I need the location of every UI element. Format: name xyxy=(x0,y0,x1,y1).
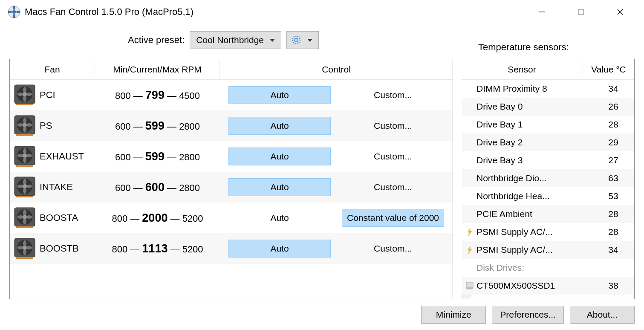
bolt-icon xyxy=(467,228,473,236)
sensor-name: Northbridge Dio... xyxy=(477,173,594,183)
auto-button[interactable]: Auto xyxy=(228,209,331,227)
sensor-name: Drive Bay 3 xyxy=(477,155,594,165)
col-value[interactable]: Value °C xyxy=(583,59,634,79)
sensor-row[interactable]: Drive Bay 128 xyxy=(461,116,634,133)
fan-rows: PCI800 — 799 — 4500AutoCustom...PS600 — … xyxy=(10,80,453,299)
sensor-value: 28 xyxy=(594,209,632,219)
sensor-name: Drive Bay 1 xyxy=(477,119,594,130)
svg-point-1 xyxy=(12,10,16,14)
sensor-panel: Sensor Value °C DIMM Proximity 834Drive … xyxy=(461,59,635,299)
auto-button[interactable]: Auto xyxy=(228,240,331,258)
minimize-button[interactable]: Minimize xyxy=(421,306,486,324)
disk-icon xyxy=(465,281,474,290)
custom-button[interactable]: Custom... xyxy=(342,240,444,258)
svg-rect-35 xyxy=(16,257,33,259)
auto-button[interactable]: Auto xyxy=(228,178,331,196)
scroll-up-icon[interactable] xyxy=(462,295,471,299)
fan-rpm: 600 — 599 — 2800 xyxy=(95,119,220,133)
custom-button[interactable]: Custom... xyxy=(342,178,444,196)
fan-panel: Fan Min/Current/Max RPM Control PCI800 —… xyxy=(9,59,453,299)
fan-icon xyxy=(10,176,40,198)
preferences-button[interactable]: Preferences... xyxy=(492,306,564,324)
sensor-name: PCIE Ambient xyxy=(477,209,594,219)
sensor-row[interactable]: Drive Bay 327 xyxy=(461,151,634,169)
fan-row: PCI800 — 799 — 4500AutoCustom... xyxy=(10,80,453,110)
svg-rect-31 xyxy=(16,226,33,228)
fan-row: INTAKE600 — 600 — 2800AutoCustom... xyxy=(10,172,453,203)
sensor-row[interactable]: PCIE Ambient28 xyxy=(461,205,634,223)
svg-point-26 xyxy=(23,184,27,188)
sensor-body: DIMM Proximity 834Drive Bay 026Drive Bay… xyxy=(461,80,634,295)
fan-rpm: 600 — 599 — 2800 xyxy=(95,150,220,163)
chevron-down-icon xyxy=(270,39,275,42)
fan-rpm: 800 — 2000 — 5200 xyxy=(95,211,220,225)
sensor-value: 29 xyxy=(594,137,632,148)
svg-rect-27 xyxy=(16,196,33,197)
svg-point-14 xyxy=(23,92,27,96)
fan-rpm: 800 — 799 — 4500 xyxy=(95,89,220,102)
custom-button[interactable]: Custom... xyxy=(342,86,444,104)
sensor-value: 28 xyxy=(594,227,632,237)
sensors-title: Temperature sensors: xyxy=(478,42,569,53)
gear-icon xyxy=(291,35,301,45)
svg-point-22 xyxy=(23,153,27,158)
main-body: Fan Min/Current/Max RPM Control PCI800 —… xyxy=(0,56,644,299)
sensor-row[interactable]: PSMI Supply AC/...34 xyxy=(461,241,634,259)
auto-button[interactable]: Auto xyxy=(228,117,331,135)
sensor-name: Drive Bay 0 xyxy=(477,101,594,112)
svg-point-5 xyxy=(16,11,20,13)
custom-button[interactable]: Constant value of 2000 xyxy=(342,209,444,227)
sensor-scrollbar[interactable] xyxy=(461,295,471,299)
sensor-name: DIMM Proximity 8 xyxy=(477,84,594,94)
sensor-value: 28 xyxy=(594,119,632,130)
sensor-name: Northbridge Hea... xyxy=(477,191,594,201)
sensor-row[interactable]: CT500MX500SSD138 xyxy=(461,277,634,295)
window-close-button[interactable] xyxy=(601,0,640,24)
svg-point-2 xyxy=(13,6,15,10)
preset-settings-button[interactable] xyxy=(286,31,319,49)
sensor-name: Drive Bay 2 xyxy=(477,137,594,148)
window-minimize-button[interactable] xyxy=(522,0,561,24)
fan-name: INTAKE xyxy=(40,182,95,193)
sensor-row[interactable]: Northbridge Hea...53 xyxy=(461,187,634,205)
auto-button[interactable]: Auto xyxy=(228,148,331,165)
app-window: Macs Fan Control 1.5.0 Pro (MacPro5,1) A… xyxy=(0,0,644,330)
svg-point-30 xyxy=(23,215,27,219)
sensor-value: 34 xyxy=(594,84,632,94)
col-fan[interactable]: Fan xyxy=(10,59,95,79)
fan-row: BOOSTA800 — 2000 — 5200AutoConstant valu… xyxy=(10,203,453,233)
fan-table-header: Fan Min/Current/Max RPM Control xyxy=(10,59,453,80)
col-sensor[interactable]: Sensor xyxy=(461,59,583,79)
custom-button[interactable]: Custom... xyxy=(342,148,444,165)
auto-button[interactable]: Auto xyxy=(228,86,331,104)
sensor-value: 26 xyxy=(594,101,632,112)
fan-control: AutoCustom... xyxy=(220,172,453,203)
fan-control: AutoCustom... xyxy=(220,110,453,141)
svg-rect-19 xyxy=(16,134,33,136)
sensor-name: PSMI Supply AC/... xyxy=(477,245,594,255)
col-control[interactable]: Control xyxy=(220,59,453,79)
sensor-value: 53 xyxy=(594,191,632,201)
app-icon xyxy=(8,6,20,18)
sensor-row[interactable]: Drive Bay 026 xyxy=(461,98,634,116)
about-button[interactable]: About... xyxy=(570,306,635,324)
fan-name: BOOSTA xyxy=(40,212,95,223)
sensor-row[interactable]: Drive Bay 229 xyxy=(461,133,634,151)
sensor-name: Disk Drives: xyxy=(477,263,594,273)
sensor-value: 38 xyxy=(594,281,632,291)
svg-rect-15 xyxy=(16,104,33,105)
sensor-row[interactable]: Northbridge Dio...63 xyxy=(461,169,634,187)
fan-row: PS600 — 599 — 2800AutoCustom... xyxy=(10,110,453,141)
window-title: Macs Fan Control 1.5.0 Pro (MacPro5,1) xyxy=(25,6,193,17)
preset-dropdown[interactable]: Cool Northbridge xyxy=(190,31,281,49)
sensor-name: CT500MX500SSD1 xyxy=(477,281,594,291)
bolt-icon xyxy=(467,246,473,254)
titlebar: Macs Fan Control 1.5.0 Pro (MacPro5,1) xyxy=(0,0,644,24)
sensor-row[interactable]: PSMI Supply AC/...28 xyxy=(461,223,634,241)
sensor-row[interactable]: DIMM Proximity 834 xyxy=(461,80,634,98)
col-rpm[interactable]: Min/Current/Max RPM xyxy=(95,59,220,79)
fan-control: AutoConstant value of 2000 xyxy=(220,203,453,233)
window-maximize-button[interactable] xyxy=(561,0,601,24)
custom-button[interactable]: Custom... xyxy=(342,117,444,135)
svg-point-11 xyxy=(295,38,298,42)
